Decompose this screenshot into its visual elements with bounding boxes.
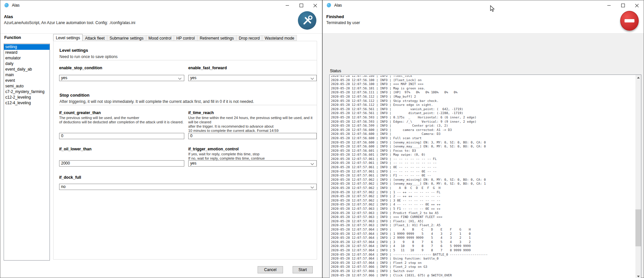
select-if-dock-full[interactable]: no (59, 184, 317, 190)
tab-retirement-settings[interactable]: Retirement settings (197, 35, 236, 41)
log-line: 2020-05-28 12:07:56.593 | INFO | Edges: … (331, 120, 634, 124)
log-line: 2020-05-28 12:07:57.066 | INFO | Switch … (331, 269, 634, 273)
sidebar-item-daily[interactable]: daily (4, 61, 50, 67)
sidebar-item-c12-4_leveling[interactable]: c12-4_leveling (4, 100, 50, 106)
log-line: 2020-05-28 12:07:56.593 | INFO | 0.175s … (331, 115, 634, 120)
log-line: 2020-05-28 12:07:57.064 | INFO | 1 9999 … (331, 232, 634, 236)
tab-drop-record[interactable]: Drop record (236, 35, 262, 41)
log-line: 2020-05-28 12:07:56.600 | INFO | Camera:… (331, 132, 634, 136)
scrollbar-thumb[interactable] (635, 209, 641, 246)
log-line: 2020-05-28 12:07:56.601 | INFO | Focus t… (331, 149, 634, 153)
section-title-level-settings: Level settings (59, 48, 88, 53)
sidebar-item-main[interactable]: main (4, 72, 50, 78)
input-value: 0 (61, 134, 63, 138)
log-line: 2020-05-28 12:07:56.600 | INFO | [enemy_… (331, 140, 634, 145)
log-line: 2020-05-28 12:07:57.066 | INFO | Fleet_2… (331, 265, 634, 269)
log-line: 2020-05-28 12:07:57.061 | INFO | -- -- -… (331, 157, 634, 161)
tab-submarine-settings[interactable]: Submarine settings (107, 35, 146, 41)
log-line: 2020-05-28 12:07:56.601 | INFO | Map swi… (331, 153, 634, 157)
log-line: 2020-05-28 12:07:57.066 | INFO | Click (… (331, 273, 634, 278)
log-line: 2020-05-28 12:07:57.062 | INFO | [enemy_… (331, 182, 634, 186)
input-value: 0 (190, 134, 193, 138)
scroll-down-button[interactable] (635, 274, 641, 278)
input-if-oil-lower-than[interactable]: 2000 (59, 160, 184, 167)
window-alas-log: Alas Finished Terminated by user Status … (322, 0, 644, 278)
sidebar-item-reward[interactable]: reward (4, 50, 50, 55)
maximize-button[interactable] (294, 0, 308, 10)
sidebar-item-semi_auto[interactable]: semi_auto (4, 83, 50, 89)
log-line: 2020-05-28 12:07:56.112 | INFO | Ensure … (331, 103, 634, 107)
log-line: 2020-05-28 12:07:57.063 | INFO | Fleets:… (331, 219, 634, 224)
chevron-down-icon (311, 162, 314, 165)
log-line: 2020-05-28 12:07:57.064 | INFO | Fleet 2… (331, 261, 634, 265)
select-value: yes (61, 76, 67, 80)
sidebar-item-setting[interactable]: setting (4, 44, 50, 50)
titlebar: Alas (0, 0, 322, 10)
log-line: 2020-05-28 12:07:57.064 | INFO | 5 11 10… (331, 248, 634, 253)
cancel-button[interactable]: Cancel (258, 266, 283, 273)
tools-badge (298, 11, 316, 30)
label-enable-stop-condition: enable_stop_condition (59, 66, 102, 70)
log-line: 2020-05-28 12:07:56.111 | INFO | [HP] 97… (331, 90, 634, 95)
function-list-label: Function (4, 35, 21, 40)
label-if-dock-full: if_dock_full (59, 175, 81, 180)
maximize-button[interactable] (616, 0, 630, 10)
sidebar-item-event[interactable]: event (4, 78, 50, 83)
label-if-time-reach: if_time_reach (188, 110, 214, 115)
select-if-trigger-emotion-control[interactable]: yes (188, 160, 317, 167)
log-line: 2020-05-28 12:07:57.062 | INFO | 2 -- ++… (331, 194, 634, 199)
input-if-time-reach[interactable]: 0 (188, 133, 317, 139)
arrow-down-icon (637, 276, 640, 277)
header: Alas AzurLaneAutoScript, An Azur Lane au… (0, 10, 322, 34)
function-list[interactable]: settingrewardemulatordailyevent_daily_ab… (4, 44, 50, 261)
sidebar-item-event_daily_ab[interactable]: event_daily_ab (4, 67, 50, 72)
tab-wasteland-mode[interactable]: Wasteland mode (262, 35, 297, 41)
log-line: 2020-05-28 12:07:57.062 | INFO | 1 -- ++… (331, 190, 634, 195)
close-icon (635, 4, 639, 7)
close-button[interactable] (308, 0, 322, 10)
sidebar-item-c12-2_leveling[interactable]: c12-2_leveling (4, 95, 50, 100)
select-value: no (61, 184, 65, 189)
log-line: 2020-05-28 12:07:56.112 | INFO | [Map_bu… (331, 95, 634, 99)
log-line: 2020-05-28 12:07:56.112 | INFO | Skip st… (331, 99, 634, 103)
tab-hp-control[interactable]: HP control (174, 35, 197, 41)
minimize-icon (286, 5, 289, 6)
arrow-up-icon (637, 77, 640, 78)
close-button[interactable] (630, 0, 644, 10)
status-group-label: Status (330, 69, 341, 73)
sidebar-item-emulator[interactable]: emulator (4, 55, 50, 61)
section-title-stop-condition: Stop condition (59, 93, 89, 98)
tab-level-settings[interactable]: Level settings (53, 34, 83, 41)
log-body: Status 2020-05-28 12:07:56.100 | INFO | … (323, 34, 644, 278)
select-value: yes (190, 76, 197, 80)
window-alas-settings: Alas Alas AzurLaneAutoScript, An Azur La… (0, 0, 322, 278)
minimize-button[interactable] (280, 0, 294, 10)
section-subtitle-stop-condition: After triggering, it will not stop immed… (59, 99, 254, 104)
scroll-up-button[interactable] (635, 75, 641, 80)
status-subtitle: Terminated by user (326, 20, 360, 25)
select-enable-stop-condition[interactable]: yes (59, 75, 184, 81)
log-line: 2020-05-28 12:07:56.600 | INFO | [enemy_… (331, 144, 634, 149)
page-title: Alas (4, 14, 13, 19)
input-if-count-greater-than[interactable]: 0 (59, 133, 184, 139)
log-line: 2020-05-28 12:07:57.061 | INFO | -- -- -… (331, 170, 634, 174)
log-line: 2020-05-28 12:07:56.100 | INFO | <<< MAP… (331, 82, 634, 86)
minimize-icon (607, 5, 611, 6)
window-title: Alas (334, 3, 342, 8)
desc-if-trigger-emotion-control: If yes, wait for reply, complete this ti… (188, 152, 317, 161)
tab-attack-fleet[interactable]: Attack fleet (82, 35, 107, 41)
select-enable-fast-forward[interactable]: yes (188, 75, 317, 81)
log-line: 2020-05-28 12:07:57.063 | INFO | 5 F1 --… (331, 207, 634, 211)
log-line: 2020-05-28 12:07:57.062 | INFO | [enemy_… (331, 178, 634, 182)
close-icon (313, 4, 317, 7)
label-if-oil-lower-than: if_oil_lower_than (59, 147, 91, 151)
tab-bar: Level settingsAttack fleetSubmarine sett… (53, 34, 297, 41)
log-scrollbar[interactable] (635, 75, 641, 278)
log-line: 2020-05-28 12:07:57.061 | INFO | 0E -- -… (331, 165, 634, 170)
start-button[interactable]: Start (293, 266, 313, 273)
minimize-button[interactable] (602, 0, 616, 10)
log-output[interactable]: 2020-05-28 12:07:56.100 | INFO | fleet_l… (331, 76, 634, 278)
sidebar-item-c7-2_mystery_farming[interactable]: c7-2_mystery_farming (4, 89, 50, 95)
label-if-count-greater-than: if_count_greater_than (59, 110, 101, 115)
tab-mood-control[interactable]: Mood control (146, 35, 174, 41)
